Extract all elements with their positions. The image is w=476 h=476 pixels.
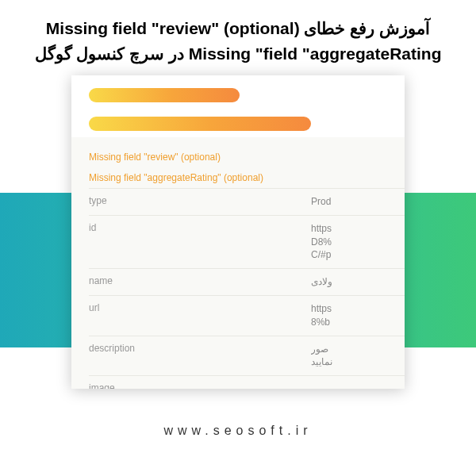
field-key: name (89, 275, 311, 289)
console-panel: Missing field "review" (optional) Missin… (71, 75, 405, 389)
field-key: url (89, 302, 311, 329)
field-key: description (89, 343, 311, 370)
progress-bar-1 (89, 88, 240, 102)
table-row: description صور نمایید (89, 336, 405, 376)
detail-area: Missing field "review" (optional) Missin… (71, 137, 405, 389)
warning-aggregaterating: Missing field "aggregateRating" (optiona… (89, 167, 405, 188)
field-value: Prod (311, 195, 331, 209)
field-value: صور نمایید (311, 343, 332, 370)
field-value: https 8%b (311, 302, 332, 329)
field-key: id (89, 222, 311, 262)
field-key: image (89, 382, 311, 389)
table-row: url https 8%b (89, 295, 405, 336)
field-value: ولادی (311, 275, 332, 289)
field-key: type (89, 195, 311, 209)
field-value: https D8% C/#p (311, 222, 332, 262)
warning-review: Missing field "review" (optional) (89, 147, 405, 167)
progress-bar-2 (89, 117, 311, 131)
table-row: type Prod (89, 188, 405, 215)
table-row: image (89, 375, 405, 389)
table-row: id https D8% C/#p (89, 215, 405, 268)
page-title: آموزش رفع خطای Missing field "review" (o… (16, 16, 460, 66)
table-row: name ولادی (89, 268, 405, 295)
footer-url: www.seosoft.ir (0, 424, 476, 438)
